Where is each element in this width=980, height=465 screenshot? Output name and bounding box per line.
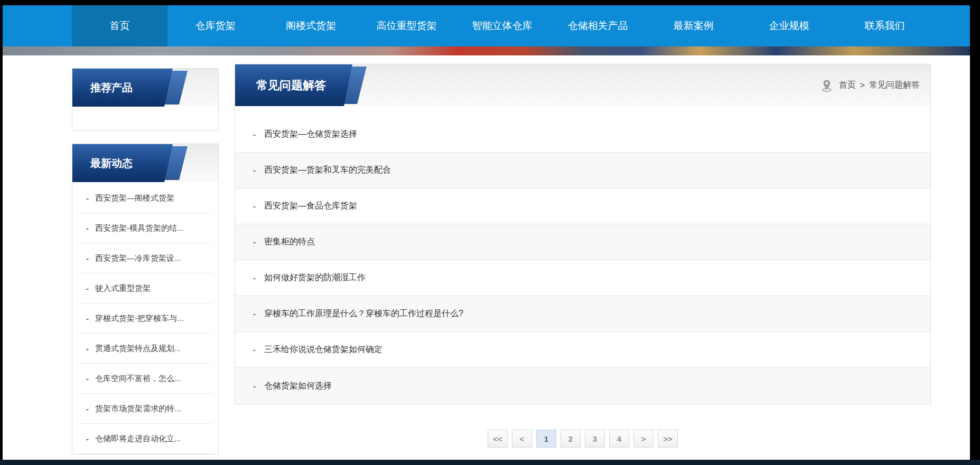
dash-bullet-icon: - xyxy=(86,434,89,443)
pagination-button[interactable]: << xyxy=(488,430,508,448)
dash-bullet-icon: - xyxy=(253,309,256,318)
pagination-button[interactable]: 2 xyxy=(561,430,581,448)
news-item-label: 西安货架—冷库货架设... xyxy=(95,253,181,263)
nav-item-label: 阁楼式货架 xyxy=(286,20,336,31)
pagination-button[interactable]: >> xyxy=(658,430,678,448)
pagination-button[interactable]: < xyxy=(512,430,532,448)
footer-bar xyxy=(0,460,980,465)
nav-item[interactable]: 高位重型货架 xyxy=(359,5,454,46)
latest-news-header: 最新动态 xyxy=(72,144,218,182)
faq-item-label: 西安货架—仓储货架选择 xyxy=(264,129,357,140)
pagination-button[interactable]: 3 xyxy=(585,430,605,448)
panel-title-text: 推荐产品 xyxy=(90,81,133,95)
nav-item[interactable]: 首页 xyxy=(72,5,167,46)
faq-list: - 西安货架—仓储货架选择 - 西安货架—货架和叉车的完美配合 - 西安货架—食… xyxy=(235,106,930,404)
faq-item-label: 三禾给你说说仓储货架如何确定 xyxy=(264,344,382,355)
pagination-button[interactable]: 1 xyxy=(536,430,556,448)
dash-bullet-icon: - xyxy=(86,344,89,353)
nav-items: 首页仓库货架阁楼式货架高位重型货架智能立体仓库仓储相关产品最新案例企业规模联系我… xyxy=(72,5,932,46)
hero-banner-image xyxy=(3,46,970,55)
news-list-item[interactable]: - 驶入式重型货架 xyxy=(79,273,212,303)
faq-list-item[interactable]: - 西安货架—仓储货架选择 xyxy=(235,117,930,153)
news-list-item[interactable]: - 货架市场货架需求的特... xyxy=(79,394,212,424)
breadcrumb-separator: > xyxy=(860,81,865,90)
news-list-item[interactable]: - 西安货架—冷库货架设... xyxy=(79,243,212,273)
nav-item-label: 最新案例 xyxy=(674,20,714,31)
nav-item[interactable]: 智能立体仓库 xyxy=(454,5,550,46)
news-item-label: 西安货架-模具货架的结... xyxy=(95,223,184,233)
nav-item-label: 首页 xyxy=(110,20,130,31)
faq-list-item[interactable]: - 穿梭车的工作原理是什么？穿梭车的工作过程是什么? xyxy=(235,296,930,332)
nav-item[interactable]: 最新案例 xyxy=(646,5,741,46)
dash-bullet-icon: - xyxy=(253,166,256,175)
faq-item-label: 如何做好货架的防潮湿工作 xyxy=(264,272,366,283)
pagination-button-label: < xyxy=(520,434,525,443)
nav-item[interactable]: 阁楼式货架 xyxy=(263,5,359,46)
breadcrumb-home-link[interactable]: 首页 xyxy=(839,80,856,91)
news-list-item[interactable]: - 仓储即将走进自动化立... xyxy=(79,424,212,454)
pagination-button-label: 2 xyxy=(568,434,573,443)
pagination: <<<1234>>> xyxy=(235,430,931,448)
faq-panel: 常见问题解答 首页 > 常见问题解答 xyxy=(235,64,931,404)
nav-item[interactable]: 仓库货架 xyxy=(167,5,263,46)
dash-bullet-icon: - xyxy=(86,374,89,383)
nav-item-label: 高位重型货架 xyxy=(377,20,437,31)
panel-title-text: 常见问题解答 xyxy=(256,78,326,93)
location-pin-icon xyxy=(820,79,834,92)
faq-list-item[interactable]: - 三禾给你说说仓储货架如何确定 xyxy=(235,332,930,368)
dash-bullet-icon: - xyxy=(253,273,256,282)
dash-bullet-icon: - xyxy=(253,130,256,139)
faq-item-label: 西安货架—货架和叉车的完美配合 xyxy=(264,165,391,176)
faq-list-item[interactable]: - 西安货架—食品仓库货架 xyxy=(235,188,930,224)
sidebar: 推荐产品 最新动态 - 西安货架—阁楼式货架 - 西安货架-模具货架的结... … xyxy=(72,55,219,454)
news-item-label: 货架市场货架需求的特... xyxy=(95,404,181,414)
pagination-button-label: << xyxy=(493,434,502,443)
nav-item-label: 企业规模 xyxy=(769,20,809,31)
dash-bullet-icon: - xyxy=(253,345,256,354)
nav-item-label: 智能立体仓库 xyxy=(472,20,533,31)
faq-list-item[interactable]: - 仓储货架如何选择 xyxy=(235,368,930,404)
nav-item[interactable]: 联系我们 xyxy=(837,5,932,46)
site-frame: 首页仓库货架阁楼式货架高位重型货架智能立体仓库仓储相关产品最新案例企业规模联系我… xyxy=(3,5,970,465)
pagination-button-label: >> xyxy=(663,434,673,443)
faq-list-item[interactable]: - 西安货架—货架和叉车的完美配合 xyxy=(235,153,930,188)
news-item-label: 仓储即将走进自动化立... xyxy=(95,434,181,444)
main-column: 常见问题解答 首页 > 常见问题解答 xyxy=(235,55,931,448)
nav-item-label: 仓库货架 xyxy=(195,20,236,31)
recommended-products-title: 推荐产品 xyxy=(72,69,173,107)
pagination-button[interactable]: 4 xyxy=(609,430,629,448)
faq-list-item[interactable]: - 密集柜的特点 xyxy=(235,224,930,260)
pagination-button[interactable]: > xyxy=(633,430,654,448)
faq-list-item[interactable]: - 如何做好货架的防潮湿工作 xyxy=(235,260,930,296)
breadcrumb-current-page: 常见问题解答 xyxy=(869,80,920,91)
pagination-button-label: 1 xyxy=(544,434,548,443)
pagination-button-label: 3 xyxy=(593,434,597,443)
faq-panel-title: 常见问题解答 xyxy=(235,64,352,106)
news-list-item[interactable]: - 仓库空间不富裕，怎么... xyxy=(79,364,212,394)
faq-item-label: 穿梭车的工作原理是什么？穿梭车的工作过程是什么? xyxy=(264,308,463,319)
dash-bullet-icon: - xyxy=(86,224,89,233)
dash-bullet-icon: - xyxy=(253,382,256,391)
pagination-button-label: 4 xyxy=(617,434,621,443)
dash-bullet-icon: - xyxy=(253,238,256,246)
news-list-item[interactable]: - 贯通式货架特点及规划... xyxy=(79,334,212,364)
news-list-item[interactable]: - 西安货架—阁楼式货架 xyxy=(79,183,212,213)
dash-bullet-icon: - xyxy=(86,194,89,203)
nav-item-label: 联系我们 xyxy=(865,20,905,31)
faq-item-label: 仓储货架如何选择 xyxy=(264,381,332,392)
dash-bullet-icon: - xyxy=(253,202,256,211)
faq-item-label: 西安货架—食品仓库货架 xyxy=(264,201,357,212)
news-list-item[interactable]: - 穿梭式货架-把穿梭车与... xyxy=(79,303,212,334)
main-nav: 首页仓库货架阁楼式货架高位重型货架智能立体仓库仓储相关产品最新案例企业规模联系我… xyxy=(3,5,970,46)
nav-item[interactable]: 企业规模 xyxy=(741,5,837,46)
nav-item[interactable]: 仓储相关产品 xyxy=(550,5,646,46)
news-item-label: 贯通式货架特点及规划... xyxy=(95,344,181,354)
news-item-label: 驶入式重型货架 xyxy=(95,283,151,293)
recommended-products-body xyxy=(72,107,218,130)
news-list-item[interactable]: - 西安货架-模具货架的结... xyxy=(79,213,212,243)
news-item-label: 穿梭式货架-把穿梭车与... xyxy=(95,314,184,324)
dash-bullet-icon: - xyxy=(86,404,89,413)
news-item-label: 西安货架—阁楼式货架 xyxy=(95,193,174,203)
faq-item-label: 密集柜的特点 xyxy=(264,236,315,248)
panel-title-text: 最新动态 xyxy=(90,156,133,170)
